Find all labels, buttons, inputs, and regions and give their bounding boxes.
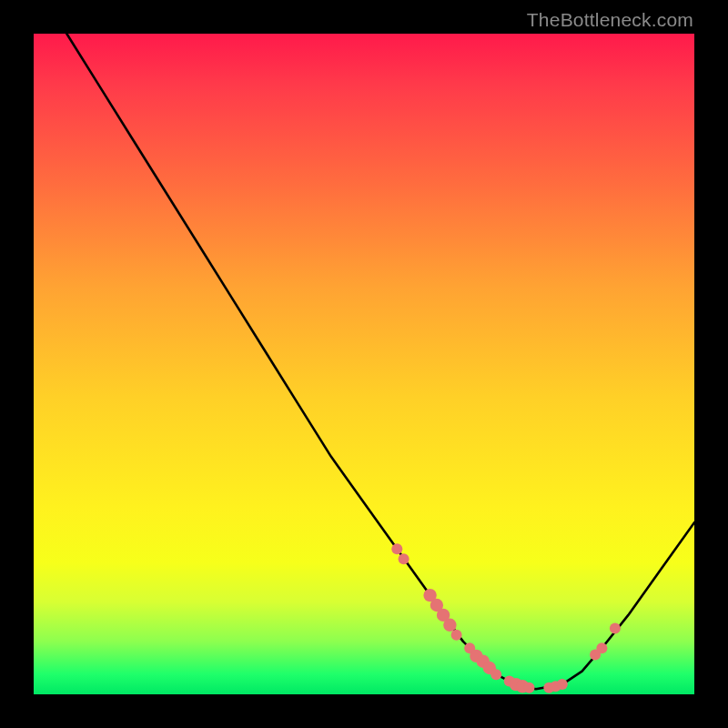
- curve-marker: [610, 622, 621, 633]
- curve-marker: [557, 679, 568, 690]
- curve-marker: [451, 630, 462, 641]
- curve-marker: [596, 642, 607, 653]
- bottleneck-curve: [66, 34, 694, 689]
- chart-overlay: [34, 34, 694, 694]
- curve-marker: [490, 669, 501, 680]
- curve-marker: [391, 543, 402, 554]
- curve-markers: [391, 543, 621, 693]
- curve-marker: [443, 619, 456, 632]
- curve-marker: [399, 553, 410, 564]
- curve-marker: [524, 682, 535, 693]
- chart-frame: TheBottleneck.com: [0, 0, 728, 728]
- attribution-label: TheBottleneck.com: [527, 9, 693, 31]
